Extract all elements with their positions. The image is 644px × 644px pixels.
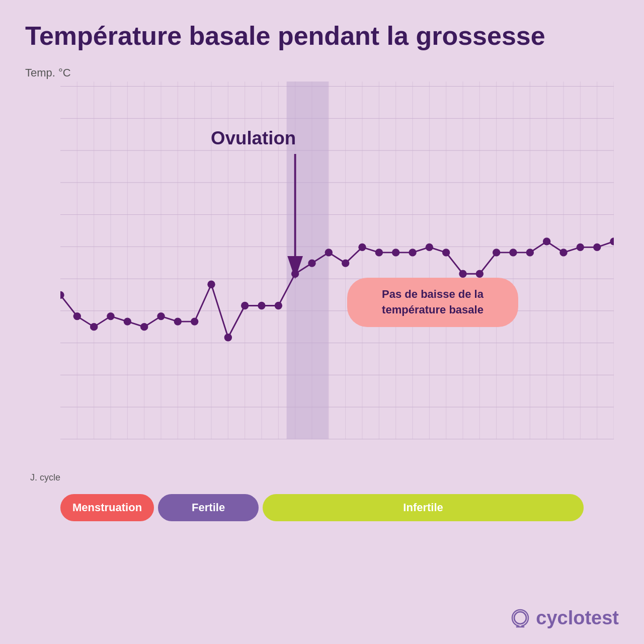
annotation-text: Pas de baisse de latempérature basale [382, 288, 484, 316]
svg-point-90 [577, 244, 584, 251]
svg-point-68 [207, 281, 215, 288]
svg-text:32: 32 [576, 448, 585, 449]
svg-point-86 [509, 249, 517, 257]
svg-point-69 [224, 334, 232, 341]
svg-point-83 [459, 270, 466, 278]
y-axis-label: Temp. °C [25, 66, 71, 79]
svg-point-63 [124, 318, 131, 326]
svg-point-89 [559, 249, 567, 257]
svg-point-60 [73, 312, 81, 320]
svg-text:31: 31 [558, 448, 568, 449]
svg-point-75 [325, 249, 333, 257]
svg-text:8: 8 [175, 448, 180, 449]
svg-text:2: 2 [74, 448, 79, 449]
svg-point-82 [442, 249, 450, 257]
svg-text:33: 33 [592, 448, 602, 449]
svg-text:3: 3 [92, 448, 97, 449]
svg-point-77 [358, 244, 366, 251]
svg-point-85 [493, 249, 500, 257]
svg-point-81 [426, 244, 433, 251]
svg-point-64 [140, 323, 148, 331]
svg-text:30: 30 [542, 448, 551, 449]
svg-point-80 [409, 249, 416, 257]
legend-fertile: Fertile [158, 494, 259, 521]
svg-text:5: 5 [125, 448, 130, 449]
legend-menstruation: Menstruation [60, 494, 154, 521]
svg-text:1: 1 [60, 448, 63, 449]
svg-point-79 [392, 249, 399, 257]
svg-text:20: 20 [374, 448, 384, 449]
svg-text:28: 28 [508, 448, 518, 449]
svg-text:7: 7 [158, 448, 164, 449]
logo-icon [510, 608, 531, 629]
chart-svg: 38,3 38,0 37,7 37,4 37,1 36,8 36,5 36,2 … [60, 82, 614, 449]
svg-text:19: 19 [357, 448, 367, 449]
svg-text:29: 29 [525, 448, 535, 449]
svg-text:4: 4 [108, 448, 113, 449]
svg-text:9: 9 [192, 448, 197, 449]
chart-inner: 38,3 38,0 37,7 37,4 37,1 36,8 36,5 36,2 … [60, 82, 614, 449]
svg-text:6: 6 [142, 448, 147, 449]
svg-text:10: 10 [206, 448, 216, 449]
svg-text:12: 12 [240, 448, 250, 449]
svg-text:17: 17 [324, 448, 334, 449]
svg-point-66 [174, 318, 182, 326]
svg-text:15: 15 [290, 448, 300, 449]
svg-text:11: 11 [223, 448, 233, 449]
svg-text:34: 34 [609, 448, 614, 449]
svg-point-91 [593, 244, 601, 251]
logo-text: cyclotest [536, 607, 619, 629]
svg-point-76 [342, 260, 349, 267]
svg-text:22: 22 [408, 448, 417, 449]
svg-text:25: 25 [458, 448, 467, 449]
svg-text:21: 21 [391, 448, 400, 449]
svg-text:26: 26 [475, 448, 485, 449]
svg-text:27: 27 [492, 448, 501, 449]
legend-container: Menstruation Fertile Infertile [25, 494, 619, 521]
svg-point-65 [157, 312, 165, 320]
svg-point-61 [90, 323, 98, 331]
chart-area: Temp. °C [25, 66, 619, 479]
svg-point-73 [291, 270, 299, 278]
svg-text:Ovulation: Ovulation [211, 128, 296, 148]
svg-rect-0 [60, 82, 614, 449]
svg-point-71 [258, 302, 265, 309]
svg-point-67 [191, 318, 198, 326]
svg-text:24: 24 [441, 448, 451, 449]
svg-point-74 [308, 260, 315, 267]
svg-point-87 [526, 249, 534, 257]
svg-point-72 [275, 302, 282, 309]
svg-point-78 [375, 249, 383, 257]
svg-text:18: 18 [341, 448, 350, 449]
legend-infertile: Infertile [263, 494, 584, 521]
svg-text:14: 14 [274, 448, 284, 449]
svg-text:13: 13 [257, 448, 266, 449]
page-title: Température basale pendant la grossesse [25, 20, 619, 51]
svg-point-70 [241, 302, 249, 309]
page-container: Température basale pendant la grossesse … [0, 0, 644, 644]
svg-point-88 [543, 238, 550, 246]
logo-area: cyclotest [510, 607, 619, 629]
svg-text:23: 23 [425, 448, 434, 449]
x-axis-label: J. cycle [30, 472, 60, 483]
svg-point-84 [476, 270, 484, 278]
annotation-box: Pas de baisse de latempérature basale [347, 278, 518, 327]
svg-text:16: 16 [307, 448, 316, 449]
svg-point-62 [107, 312, 114, 320]
